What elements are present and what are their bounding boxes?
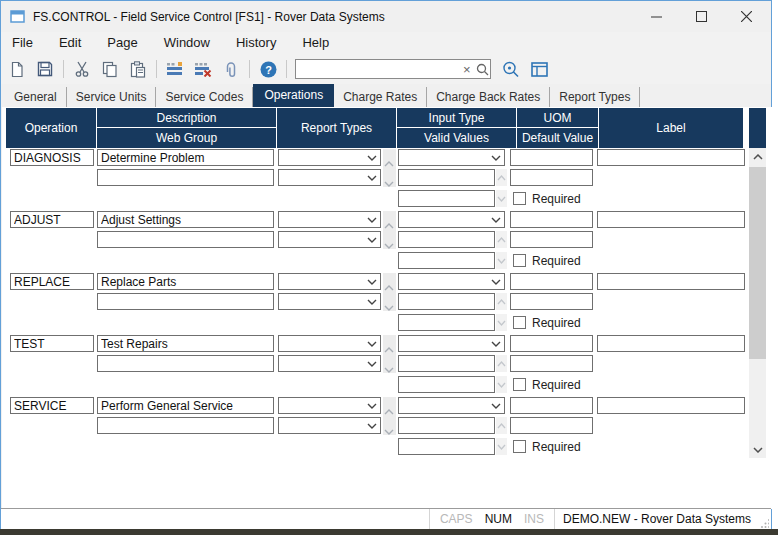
operation-field[interactable] bbox=[10, 149, 94, 166]
valid-value-field-2[interactable] bbox=[398, 438, 495, 455]
operation-field[interactable] bbox=[10, 273, 94, 290]
copy-icon[interactable] bbox=[98, 57, 122, 81]
scroll-up-icon[interactable] bbox=[384, 153, 394, 171]
default-value-field[interactable] bbox=[510, 355, 593, 372]
required-checkbox[interactable] bbox=[513, 440, 526, 453]
label-field[interactable] bbox=[597, 397, 745, 414]
valid-values-scroll-up[interactable] bbox=[496, 169, 507, 186]
tab-general[interactable]: General bbox=[5, 87, 67, 107]
valid-value-field-1[interactable] bbox=[398, 169, 495, 186]
uom-field[interactable] bbox=[510, 211, 593, 228]
uom-field[interactable] bbox=[510, 335, 593, 352]
label-field[interactable] bbox=[597, 335, 745, 352]
report-types-select-2[interactable] bbox=[278, 169, 381, 186]
required-checkbox[interactable] bbox=[513, 316, 526, 329]
help-icon[interactable]: ? bbox=[256, 57, 280, 81]
description-field[interactable] bbox=[97, 273, 274, 290]
scroll-up-icon[interactable] bbox=[384, 277, 394, 295]
menu-page[interactable]: Page bbox=[94, 32, 150, 54]
default-value-field[interactable] bbox=[510, 293, 593, 310]
uom-field[interactable] bbox=[510, 149, 593, 166]
valid-values-scroll-down[interactable] bbox=[496, 314, 507, 331]
input-type-select[interactable] bbox=[398, 149, 505, 166]
required-checkbox[interactable] bbox=[513, 192, 526, 205]
tab-report-types[interactable]: Report Types bbox=[550, 87, 640, 107]
report-types-scroll[interactable] bbox=[383, 335, 396, 373]
valid-value-field-2[interactable] bbox=[398, 252, 495, 269]
input-type-select[interactable] bbox=[398, 211, 505, 228]
web-group-field[interactable] bbox=[97, 231, 274, 248]
maximize-button[interactable] bbox=[679, 1, 724, 32]
uom-field[interactable] bbox=[510, 397, 593, 414]
report-types-scroll[interactable] bbox=[383, 397, 396, 435]
scroll-down-icon[interactable] bbox=[384, 235, 394, 253]
web-group-field[interactable] bbox=[97, 417, 274, 434]
default-value-field[interactable] bbox=[510, 231, 593, 248]
tab-charge-rates[interactable]: Charge Rates bbox=[334, 87, 427, 107]
scroll-up-icon[interactable] bbox=[384, 339, 394, 357]
valid-value-field-2[interactable] bbox=[398, 190, 495, 207]
report-types-select-2[interactable] bbox=[278, 355, 381, 372]
report-types-select-1[interactable] bbox=[278, 397, 381, 414]
report-types-select-2[interactable] bbox=[278, 293, 381, 310]
default-value-field[interactable] bbox=[510, 417, 593, 434]
valid-values-scroll-up[interactable] bbox=[496, 355, 507, 372]
browse-records-icon[interactable] bbox=[499, 57, 523, 81]
save-icon[interactable] bbox=[33, 57, 57, 81]
scroll-up-icon[interactable] bbox=[384, 215, 394, 233]
input-type-select[interactable] bbox=[398, 273, 505, 290]
scroll-down-icon[interactable] bbox=[384, 421, 394, 439]
valid-values-scroll-down[interactable] bbox=[496, 252, 507, 269]
menu-help[interactable]: Help bbox=[289, 32, 342, 54]
menu-window[interactable]: Window bbox=[151, 32, 223, 54]
uom-field[interactable] bbox=[510, 273, 593, 290]
scrollbar-thumb[interactable] bbox=[749, 167, 766, 359]
scroll-down-icon[interactable] bbox=[384, 297, 394, 315]
delete-rows-icon[interactable] bbox=[191, 57, 215, 81]
operation-field[interactable] bbox=[10, 335, 94, 352]
operation-field[interactable] bbox=[10, 211, 94, 228]
input-type-select[interactable] bbox=[398, 397, 505, 414]
valid-values-scroll-down[interactable] bbox=[496, 376, 507, 393]
search-icon[interactable] bbox=[475, 63, 491, 76]
label-field[interactable] bbox=[597, 273, 745, 290]
input-type-select[interactable] bbox=[398, 335, 505, 352]
web-group-field[interactable] bbox=[97, 293, 274, 310]
report-types-select-1[interactable] bbox=[278, 149, 381, 166]
valid-value-field-1[interactable] bbox=[398, 417, 495, 434]
vertical-scrollbar[interactable] bbox=[749, 148, 766, 458]
valid-values-scroll-down[interactable] bbox=[496, 190, 507, 207]
scrollbar-down-button[interactable] bbox=[749, 441, 766, 458]
tab-operations[interactable]: Operations bbox=[253, 84, 334, 107]
operation-field[interactable] bbox=[10, 397, 94, 414]
web-group-field[interactable] bbox=[97, 355, 274, 372]
resize-grip[interactable] bbox=[759, 509, 771, 530]
label-field[interactable] bbox=[597, 149, 745, 166]
description-field[interactable] bbox=[97, 397, 274, 414]
valid-values-scroll-down[interactable] bbox=[496, 438, 507, 455]
report-types-select-2[interactable] bbox=[278, 231, 381, 248]
valid-value-field-1[interactable] bbox=[398, 355, 495, 372]
menu-file[interactable]: File bbox=[1, 32, 46, 54]
web-group-field[interactable] bbox=[97, 169, 274, 186]
valid-value-field-1[interactable] bbox=[398, 293, 495, 310]
scrollbar-up-button[interactable] bbox=[749, 148, 766, 165]
valid-value-field-1[interactable] bbox=[398, 231, 495, 248]
close-button[interactable] bbox=[724, 1, 769, 32]
valid-value-field-2[interactable] bbox=[398, 376, 495, 393]
clear-search-icon[interactable]: × bbox=[459, 62, 475, 77]
required-checkbox[interactable] bbox=[513, 378, 526, 391]
cut-icon[interactable] bbox=[70, 57, 94, 81]
label-field[interactable] bbox=[597, 211, 745, 228]
valid-values-scroll-up[interactable] bbox=[496, 231, 507, 248]
scroll-up-icon[interactable] bbox=[384, 401, 394, 419]
new-document-icon[interactable] bbox=[5, 57, 29, 81]
scroll-down-icon[interactable] bbox=[384, 359, 394, 377]
report-types-select-1[interactable] bbox=[278, 273, 381, 290]
tab-service-units[interactable]: Service Units bbox=[67, 87, 157, 107]
report-types-select-1[interactable] bbox=[278, 335, 381, 352]
valid-values-scroll-up[interactable] bbox=[496, 417, 507, 434]
report-types-select-1[interactable] bbox=[278, 211, 381, 228]
tab-service-codes[interactable]: Service Codes bbox=[156, 87, 253, 107]
valid-value-field-2[interactable] bbox=[398, 314, 495, 331]
